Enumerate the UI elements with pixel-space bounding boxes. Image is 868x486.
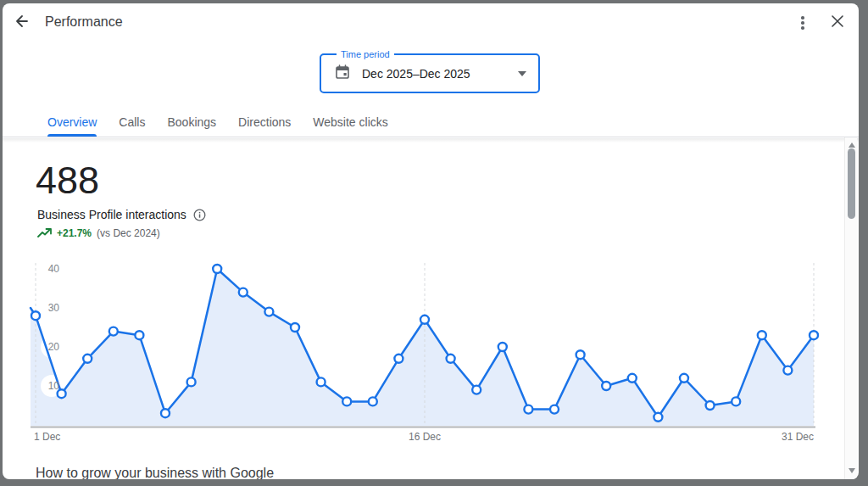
tab-directions[interactable]: Directions [238, 109, 291, 137]
scrollbar-thumb[interactable] [848, 148, 855, 219]
tabbar-shadow [3, 138, 859, 142]
metric-change: +21.7% [57, 227, 92, 239]
tab-bookings[interactable]: Bookings [167, 109, 216, 137]
tab-website-clicks[interactable]: Website clicks [313, 109, 387, 137]
info-icon[interactable] [193, 209, 206, 221]
page-title: Performance [45, 14, 123, 30]
svg-text:1 Dec: 1 Dec [34, 431, 60, 443]
metric-value: 488 [36, 159, 99, 203]
trending-up-icon [37, 228, 52, 238]
scrollbar[interactable] [844, 137, 857, 479]
svg-text:20: 20 [48, 341, 60, 353]
triangle-down-icon [849, 468, 855, 473]
back-arrow-icon [13, 13, 30, 32]
tab-calls[interactable]: Calls [119, 109, 145, 137]
triangle-up-icon [849, 142, 855, 148]
performance-panel: Performance Time period Dec 2025–Dec 202… [3, 3, 859, 479]
chevron-down-icon [518, 71, 526, 76]
more-options-button[interactable] [791, 11, 815, 35]
time-period-label: Time period [337, 48, 394, 60]
tab-overview[interactable]: Overview [47, 109, 97, 137]
scrollbar-up-button[interactable] [848, 142, 855, 148]
kebab-icon [801, 16, 804, 30]
svg-text:30: 30 [48, 302, 60, 314]
tab-bar: Overview Calls Bookings Directions Websi… [3, 109, 859, 137]
footer-heading: How to grow your business with Google [36, 466, 274, 479]
time-period-field[interactable]: Time period Dec 2025–Dec 2025 [320, 53, 540, 93]
metric-label: Business Profile interactions [37, 208, 186, 221]
calendar-icon [335, 64, 350, 83]
metric-comparison: (vs Dec 2024) [97, 227, 160, 239]
time-period-value: Dec 2025–Dec 2025 [362, 67, 518, 81]
close-icon [831, 14, 844, 31]
svg-text:10: 10 [48, 380, 60, 392]
scrollbar-down-button[interactable] [848, 467, 855, 474]
back-button[interactable] [9, 10, 33, 34]
svg-text:16 Dec: 16 Dec [409, 431, 441, 443]
svg-text:31 Dec: 31 Dec [782, 431, 814, 443]
svg-text:40: 40 [48, 263, 60, 275]
close-button[interactable] [826, 10, 849, 34]
